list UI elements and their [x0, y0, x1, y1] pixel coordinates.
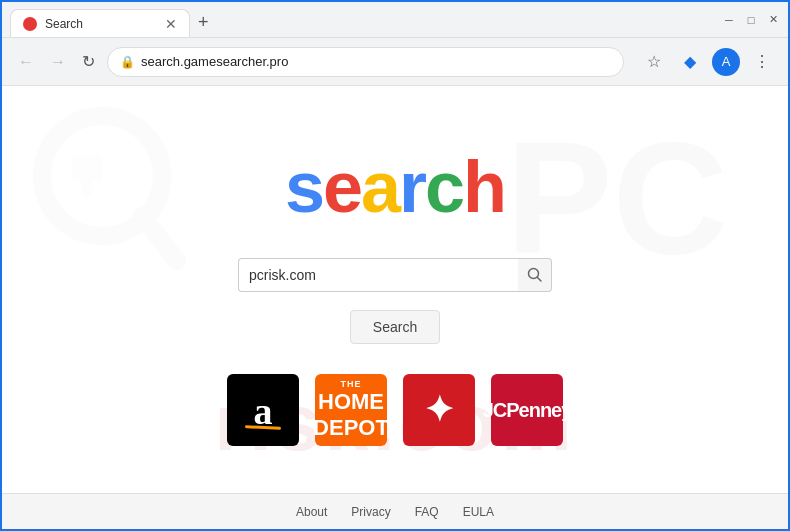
new-tab-button[interactable]: +	[190, 8, 217, 37]
jcpenney-text: JCPenney	[483, 399, 572, 422]
logo-e: e	[323, 147, 361, 227]
footer-eula[interactable]: EULA	[463, 505, 494, 519]
hd-home: HOME	[318, 389, 384, 415]
minimize-button[interactable]: ─	[722, 13, 736, 27]
reload-button[interactable]: ↻	[78, 48, 99, 75]
bookmark-icon[interactable]: ☆	[640, 48, 668, 76]
page-content: PC risk.com search Search	[2, 86, 788, 529]
tab-title: Search	[45, 17, 157, 31]
svg-point-0	[42, 116, 162, 236]
svg-line-5	[537, 278, 541, 282]
shortcut-homedepot[interactable]: THE HOME DEPOT	[315, 374, 387, 446]
address-text: search.gamesearcher.pro	[141, 54, 611, 69]
menu-icon[interactable]: ⋮	[748, 48, 776, 76]
svg-line-1	[142, 216, 177, 261]
window-controls: ─ □ ✕	[722, 13, 780, 27]
browser-tab[interactable]: Search ✕	[10, 9, 190, 37]
search-logo: search	[285, 146, 505, 228]
footer-privacy[interactable]: Privacy	[351, 505, 390, 519]
macys-logo: ✦	[403, 374, 475, 446]
shortcut-macys[interactable]: ✦	[403, 374, 475, 446]
logo-a: a	[361, 147, 399, 227]
homedepot-inner: THE HOME DEPOT	[313, 379, 389, 441]
tab-close-button[interactable]: ✕	[165, 16, 177, 32]
search-icon-button[interactable]	[518, 258, 552, 292]
search-button[interactable]: Search	[350, 310, 440, 344]
tab-favicon	[23, 17, 37, 31]
shortcut-amazon[interactable]: a	[227, 374, 299, 446]
browser-frame: Search ✕ + ─ □ ✕ ← → ↻ 🔒 search.gamesear…	[0, 0, 790, 531]
homedepot-logo: THE HOME DEPOT	[315, 374, 387, 446]
search-input[interactable]	[238, 258, 518, 292]
hd-depot: DEPOT	[313, 415, 389, 441]
address-input-wrap[interactable]: 🔒 search.gamesearcher.pro	[107, 47, 624, 77]
hd-the: THE	[341, 379, 362, 389]
jcpenney-logo: JCPenney	[491, 374, 563, 446]
address-bar: ← → ↻ 🔒 search.gamesearcher.pro ☆ ◆ A ⋮	[2, 38, 788, 86]
logo-c: c	[425, 147, 463, 227]
footer-about[interactable]: About	[296, 505, 327, 519]
watermark-magnifier	[32, 106, 192, 310]
title-bar: Search ✕ + ─ □ ✕	[2, 2, 788, 38]
maximize-button[interactable]: □	[744, 13, 758, 27]
tab-bar: Search ✕ +	[10, 2, 714, 37]
svg-rect-3	[82, 181, 92, 196]
footer-faq[interactable]: FAQ	[415, 505, 439, 519]
forward-button[interactable]: →	[46, 49, 70, 75]
footer: About Privacy FAQ EULA	[2, 493, 788, 529]
logo-s: s	[285, 147, 323, 227]
back-button[interactable]: ←	[14, 49, 38, 75]
logo-h: h	[463, 147, 505, 227]
toolbar-icons: ☆ ◆ A ⋮	[640, 48, 776, 76]
close-button[interactable]: ✕	[766, 13, 780, 27]
shortcuts-row: a THE HOME DEPOT ✦	[227, 374, 563, 446]
logo-r: r	[399, 147, 425, 227]
search-box-wrap	[238, 258, 552, 292]
lock-icon: 🔒	[120, 55, 135, 69]
macys-star-icon: ✦	[424, 389, 454, 431]
svg-rect-2	[72, 156, 102, 181]
profile-icon[interactable]: A	[712, 48, 740, 76]
shortcut-jcpenney[interactable]: JCPenney	[491, 374, 563, 446]
amazon-logo: a	[227, 374, 299, 446]
magnifier-icon	[527, 267, 543, 283]
extension-icon[interactable]: ◆	[676, 48, 704, 76]
